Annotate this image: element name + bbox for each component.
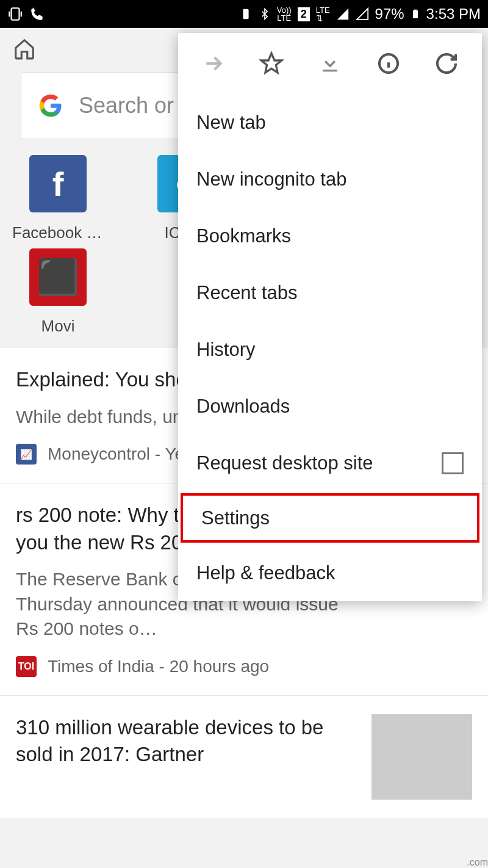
- menu-history[interactable]: History: [178, 321, 482, 378]
- signal2-icon: [356, 7, 369, 21]
- signal-icon: [336, 7, 350, 21]
- desktop-checkbox[interactable]: [442, 452, 464, 474]
- battery-saver-icon: [239, 7, 253, 21]
- home-button[interactable]: [12, 37, 37, 61]
- star-icon[interactable]: [257, 49, 286, 78]
- menu-request-desktop[interactable]: Request desktop site: [178, 435, 482, 491]
- article-source: Times of India - 20 hours ago: [48, 657, 269, 676]
- vibrate-icon: [7, 6, 23, 22]
- article-title: 310 million wearable devices to be sold …: [16, 714, 357, 769]
- svg-rect-3: [414, 10, 417, 11]
- article-source: Moneycontrol - Yest: [48, 444, 198, 464]
- call-icon: [29, 6, 45, 22]
- menu-recent-tabs[interactable]: Recent tabs: [178, 264, 482, 321]
- info-icon[interactable]: [374, 49, 403, 78]
- battery-icon: [411, 7, 420, 21]
- shortcut-facebook[interactable]: fFacebook - …: [12, 155, 104, 242]
- svg-rect-1: [243, 9, 248, 20]
- volte-icon: Vo))LTE: [277, 6, 292, 22]
- overflow-menu: New tab New incognito tab Bookmarks Rece…: [178, 33, 482, 601]
- menu-new-tab[interactable]: New tab: [178, 94, 482, 151]
- bluetooth-icon: [259, 7, 271, 21]
- forward-icon[interactable]: [199, 49, 228, 78]
- menu-help[interactable]: Help & feedback: [178, 544, 482, 601]
- lte-icon: LTE⇅: [316, 6, 330, 22]
- sim-indicator: 2: [298, 7, 310, 21]
- menu-downloads[interactable]: Downloads: [178, 378, 482, 435]
- watermark: .com: [467, 857, 488, 868]
- article[interactable]: 310 million wearable devices to be sold …: [0, 696, 488, 818]
- svg-rect-0: [12, 8, 20, 20]
- menu-settings[interactable]: Settings: [181, 493, 479, 543]
- svg-rect-5: [323, 70, 337, 71]
- menu-new-incognito[interactable]: New incognito tab: [178, 151, 482, 208]
- source-badge-icon: TOI: [16, 656, 37, 677]
- source-badge-icon: 📈: [16, 444, 37, 465]
- status-bar: Vo))LTE 2 LTE⇅ 97% 3:53 PM: [0, 0, 488, 28]
- google-logo-icon: [38, 93, 63, 118]
- battery-pct: 97%: [375, 5, 404, 23]
- menu-bookmarks[interactable]: Bookmarks: [178, 208, 482, 264]
- article-thumbnail: [371, 714, 472, 800]
- svg-rect-2: [413, 10, 418, 18]
- shortcut-movies[interactable]: ⬛Movi: [12, 248, 104, 336]
- refresh-icon[interactable]: [432, 49, 461, 78]
- download-icon[interactable]: [315, 49, 345, 78]
- clock: 3:53 PM: [426, 5, 481, 23]
